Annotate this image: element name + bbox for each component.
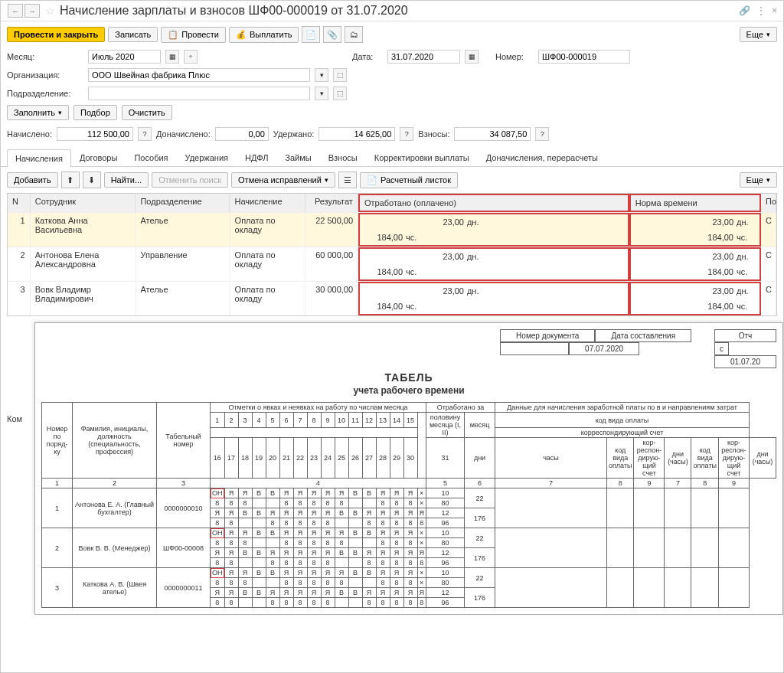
move-down-icon[interactable]: ⬇ [83,172,101,188]
month-label: Месяц: [7,52,83,61]
cancel-fix-button[interactable]: Отмена исправлений [231,172,335,188]
tab-4[interactable]: НДФЛ [237,149,276,166]
accruals-grid: N Сотрудник Подразделение Начисление Рез… [7,193,777,316]
nav-back[interactable]: ← [8,4,23,18]
favorite-icon[interactable]: ☆ [45,5,55,17]
contrib-val [454,127,531,141]
nav-fwd[interactable]: → [24,4,40,18]
tab-2[interactable]: Пособия [126,149,176,166]
dept-dropdown-icon[interactable]: ▾ [315,87,328,100]
contrib-label: Взносы: [418,129,449,139]
save-button[interactable]: Записать [108,27,158,42]
payslip-label: Расчетный листок [381,175,451,185]
attach-icon[interactable]: 📎 [323,26,341,43]
docnum-val [500,342,569,355]
comment-label: Ком [7,414,22,423]
number-input[interactable] [538,50,630,64]
accrued-label: Начислено: [7,129,52,139]
dept-label: Подразделение: [7,89,83,98]
post-label: Провести [181,30,219,39]
withheld-label: Удержано: [273,129,315,139]
clear-button[interactable]: Очистить [122,105,172,120]
col-res[interactable]: Результат [305,194,358,212]
post-button[interactable]: 📋 Провести [161,27,226,43]
col-worked[interactable]: Отработано (оплачено) [358,194,629,212]
pick-button[interactable]: Подбор [74,105,117,120]
date-label: Дата: [352,52,383,61]
sub-more-button[interactable]: Еще [740,172,777,188]
grid-row[interactable]: 3Вовк Владимр ВладимировичАтельеОплата п… [8,281,776,315]
otch-c: с [714,342,729,355]
addaccrued-val [215,127,269,141]
main-toolbar: Провести и закрыть Записать 📋 Провести 💰… [1,21,783,47]
number-label: Номер: [495,52,534,61]
month-input[interactable] [88,50,161,64]
cancel-search-button[interactable]: Отменить поиск [152,172,228,188]
org-open-icon[interactable]: ⬚ [333,68,347,82]
tab-1[interactable]: Договоры [71,149,126,166]
timesheet-panel: Номер документа Дата составления 07.07.2… [34,322,783,615]
tabs: НачисленияДоговорыПособияУдержанияНДФЛЗа… [1,149,783,167]
tab-0[interactable]: Начисления [7,149,71,167]
link-icon[interactable]: 🔗 [739,5,750,16]
accrued-info-icon[interactable]: ? [138,127,152,141]
dept-open-icon[interactable]: ⬚ [333,87,347,100]
dept-input[interactable] [88,87,310,100]
window-title: Начисление зарплаты и взносов ШФ00-00001… [60,4,408,18]
org-input[interactable] [88,68,310,82]
org-label: Организация: [7,70,83,80]
close-icon[interactable]: × [772,5,777,16]
withheld-val [318,127,395,141]
pay-button[interactable]: 💰 Выплатить [229,27,299,43]
otch-header: Отч [714,329,776,342]
col-nch[interactable]: Начисление [230,194,305,212]
contrib-info-icon[interactable]: ? [535,127,549,141]
col-dep[interactable]: Подразделение [136,194,230,212]
tab-3[interactable]: Удержания [177,149,237,166]
more-icon[interactable]: ⋮ [756,5,766,16]
fill-button[interactable]: Заполнить [7,105,69,120]
col-po[interactable]: По [761,194,776,212]
grid-row[interactable]: 2Антонова Елена АлександровнаУправлениеО… [8,247,776,281]
titlebar: ← → ☆ Начисление зарплаты и взносов ШФ00… [1,1,783,21]
month-spin-icon[interactable]: ÷ [184,50,198,64]
add-button[interactable]: Добавить [7,172,58,188]
print-icon[interactable]: 🗂 [345,26,363,43]
tabel-subtitle: учета рабочего времени [41,385,776,396]
grid-row[interactable]: 1Каткова Анна ВасильевнаАтельеОплата по … [8,212,776,247]
tab-8[interactable]: Доначисления, перерасчеты [478,149,606,166]
tab-5[interactable]: Займы [276,149,319,166]
withheld-info-icon[interactable]: ? [400,127,413,141]
find-button[interactable]: Найти... [104,172,149,188]
otch-date: 01.07.20 [714,355,776,368]
tabel-title: ТАБЕЛЬ [41,371,776,384]
accrued-val [57,127,133,141]
pay-label: Выплатить [250,30,292,39]
app-window: ← → ☆ Начисление зарплаты и взносов ШФ00… [0,0,784,673]
report-icon[interactable]: 📄 [302,26,320,43]
payslip-button[interactable]: 📄 Расчетный листок [360,172,458,188]
list-icon[interactable]: ☰ [338,172,357,188]
date-input[interactable] [387,50,460,64]
col-n[interactable]: N [8,194,31,212]
post-close-button[interactable]: Провести и закрыть [7,27,105,42]
date-picker-icon[interactable]: ▦ [465,50,479,64]
docdate-val: 07.07.2020 [569,342,639,355]
tab-7[interactable]: Корректировки выплаты [366,149,478,166]
more-button[interactable]: Еще [740,27,777,42]
addaccrued-label: Доначислено: [156,129,211,139]
timesheet-table: Номер по поряд-куФамилия, инициалы, долж… [41,402,776,608]
move-up-icon[interactable]: ⬆ [61,172,80,188]
docdate-header: Дата составления [595,329,691,342]
docnum-header: Номер документа [500,329,595,342]
month-picker-icon[interactable]: ▦ [165,50,179,64]
org-dropdown-icon[interactable]: ▾ [315,68,328,82]
tab-6[interactable]: Взносы [320,149,366,166]
col-emp[interactable]: Сотрудник [31,194,136,212]
col-norm[interactable]: Норма времени [629,194,761,212]
